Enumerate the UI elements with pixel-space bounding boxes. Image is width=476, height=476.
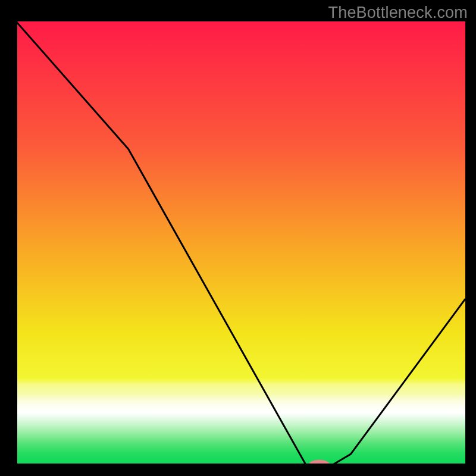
bottleneck-chart xyxy=(0,0,476,476)
chart-frame: TheBottleneck.com xyxy=(0,0,476,476)
gradient-background xyxy=(16,21,465,465)
